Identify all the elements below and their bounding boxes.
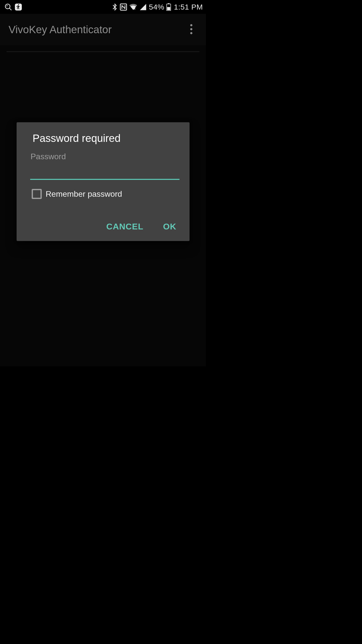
dialog-action-row: CANCEL OK: [28, 222, 178, 231]
svg-line-1: [9, 8, 11, 10]
status-bar-right: 54% 1:51 PM: [112, 3, 203, 11]
bluetooth-icon: [112, 3, 118, 11]
battery-icon: [166, 3, 171, 11]
remember-password-row[interactable]: Remember password: [32, 189, 178, 199]
status-bar-left: [5, 3, 22, 11]
cancel-button[interactable]: CANCEL: [106, 222, 144, 231]
svg-point-10: [190, 32, 193, 34]
dialog-title: Password required: [28, 132, 178, 152]
svg-rect-7: [167, 7, 170, 10]
cell-signal-icon: [139, 3, 147, 11]
app-bar: VivoKey Authenticator: [0, 14, 206, 45]
notification-search-icon: [5, 3, 12, 11]
modal-overlay: Password required Password Remember pass…: [0, 45, 206, 366]
svg-point-8: [190, 24, 193, 26]
svg-point-9: [190, 28, 193, 30]
checkbox-icon[interactable]: [32, 189, 42, 199]
password-input[interactable]: [30, 162, 179, 180]
more-vert-icon: [190, 24, 193, 35]
battery-percent-text: 54%: [149, 3, 164, 11]
wifi-icon: [129, 3, 137, 11]
nfc-icon: [120, 3, 127, 11]
password-field-label: Password: [28, 152, 178, 161]
remember-password-label: Remember password: [46, 189, 122, 199]
clock-text: 1:51 PM: [174, 3, 203, 11]
page-area: Password required Password Remember pass…: [0, 45, 206, 366]
svg-point-0: [5, 4, 10, 9]
svg-rect-6: [168, 3, 169, 4]
running-app-icon: [15, 3, 22, 11]
app-title: VivoKey Authenticator: [9, 24, 112, 36]
status-bar: 54% 1:51 PM: [0, 0, 206, 14]
password-dialog: Password required Password Remember pass…: [17, 122, 190, 241]
overflow-menu-button[interactable]: [185, 24, 197, 36]
ok-button[interactable]: OK: [163, 222, 176, 231]
